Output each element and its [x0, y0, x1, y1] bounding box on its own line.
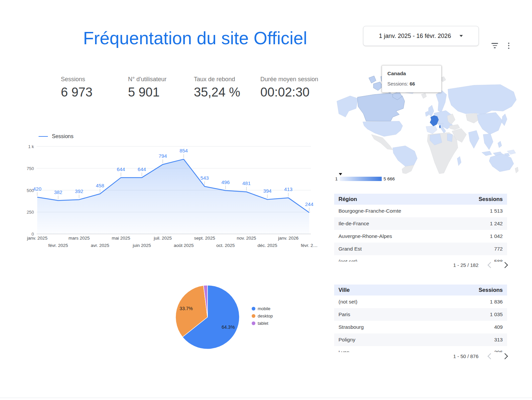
country-russia[interactable] — [448, 85, 516, 114]
sessions-line-chart[interactable]: 02505007501 k420382392458644644794854543… — [20, 141, 316, 251]
country-japan[interactable] — [502, 114, 507, 126]
table-row[interactable]: Ile-de-France1 242 — [334, 217, 507, 230]
dimension-cell: Poligny — [338, 337, 355, 343]
dimension-cell: Ile-de-France — [338, 221, 369, 227]
scorecard-value: 35,24 % — [194, 85, 240, 100]
country-france-highlighted[interactable] — [430, 115, 439, 126]
legend-dot-icon — [252, 307, 255, 310]
date-range-picker[interactable]: 1 janv. 2025 - 16 févr. 2026 — [363, 26, 479, 46]
pie-legend-item[interactable]: tablet — [252, 321, 273, 326]
table-row[interactable]: Grand Est772 — [334, 243, 507, 255]
country-new-zealand[interactable] — [515, 167, 518, 173]
scorecard-sessions: Sessions 6 973 — [61, 76, 92, 100]
canada-arctic-island[interactable] — [373, 82, 383, 91]
column-header[interactable]: Sessions — [479, 196, 503, 202]
device-pie-chart[interactable]: 64.3%33.7% — [174, 284, 241, 350]
svg-text:543: 543 — [200, 175, 209, 181]
svg-text:854: 854 — [180, 148, 188, 153]
scorecard-label: N° d'utilisateur — [128, 76, 167, 83]
scorecard-label: Durée moyen session — [260, 76, 318, 83]
country-uk[interactable] — [428, 105, 434, 116]
next-page-icon[interactable] — [502, 262, 508, 268]
svg-text:févr. 2…: févr. 2… — [301, 243, 318, 248]
country-indonesia[interactable] — [482, 151, 492, 156]
scorecard-bounce-rate: Taux de rebond 35,24 % — [194, 76, 240, 100]
metric-cell: 1 513 — [490, 208, 503, 214]
next-page-icon[interactable] — [502, 353, 508, 359]
table-row[interactable]: Poligny313 — [334, 333, 507, 346]
table-body: (not set)1 836Paris1 035Strasbourg409Pol… — [334, 296, 507, 352]
country-egypt[interactable] — [447, 134, 453, 142]
svg-text:févr. 2025: févr. 2025 — [48, 243, 68, 248]
scorecard-label: Sessions — [61, 76, 92, 83]
dimension-cell: Paris — [338, 311, 350, 317]
country-china[interactable] — [477, 112, 502, 134]
country-ireland[interactable] — [425, 111, 429, 116]
svg-text:33.7%: 33.7% — [180, 306, 193, 311]
pie-legend-item[interactable]: desktop — [252, 313, 273, 318]
country-india[interactable] — [468, 130, 479, 148]
scorecard-label: Taux de rebond — [194, 76, 240, 83]
country-iceland[interactable] — [421, 93, 427, 99]
country-australia[interactable] — [489, 154, 514, 172]
svg-text:420: 420 — [33, 186, 41, 192]
svg-text:496: 496 — [221, 179, 230, 185]
table-row[interactable]: Bourgogne-Franche-Comte1 513 — [334, 205, 507, 217]
dimension-cell: Bourgogne-Franche-Comte — [338, 208, 401, 214]
scorecard-value: 00:02:30 — [260, 85, 318, 100]
metric-cell: 313 — [494, 337, 503, 343]
table-row[interactable]: Lyon296 — [334, 346, 507, 352]
svg-text:janv. 2026: janv. 2026 — [278, 236, 298, 241]
metric-cell: 1 242 — [490, 221, 503, 227]
metric-cell: 1 836 — [490, 299, 503, 305]
table-row[interactable]: Strasbourg409 — [334, 321, 507, 333]
country-philippines[interactable] — [498, 141, 502, 148]
dimension-cell: Auvergne-Rhone-Alpes — [338, 233, 392, 239]
legend-dot-icon — [252, 314, 255, 318]
column-header[interactable]: Région — [338, 196, 357, 202]
country-alaska[interactable] — [337, 96, 358, 117]
country-mexico[interactable] — [371, 134, 393, 150]
pie-legend-item[interactable]: mobile — [252, 306, 273, 311]
svg-text:458: 458 — [96, 183, 104, 188]
region-southeast-asia[interactable] — [483, 134, 493, 150]
svg-text:avr. 2025: avr. 2025 — [91, 243, 109, 248]
dimension-cell: (not set) — [338, 299, 357, 305]
svg-text:394: 394 — [263, 188, 272, 194]
table-row[interactable]: (not set)1 836 — [334, 296, 507, 308]
scale-min: 1 — [335, 176, 338, 181]
prev-page-icon[interactable] — [487, 262, 493, 268]
line-chart-legend: Sessions — [39, 133, 73, 139]
column-header[interactable]: Ville — [338, 287, 350, 293]
date-range-value: 1 janv. 2025 - 16 févr. 2026 — [379, 33, 451, 40]
table-header-row: RégionSessions — [334, 194, 507, 205]
table-row[interactable]: Paris1 035 — [334, 308, 507, 321]
scorecard-value: 5 901 — [128, 85, 167, 100]
country-spain[interactable] — [426, 126, 437, 134]
country-usa[interactable] — [363, 121, 403, 136]
country-brazil[interactable] — [393, 146, 417, 166]
metric-cell: 409 — [494, 324, 503, 330]
country-madagascar[interactable] — [457, 156, 461, 166]
table-row[interactable]: Auvergne-Rhone-Alpes1 042 — [334, 230, 507, 243]
svg-text:644: 644 — [138, 166, 146, 172]
region-corsica[interactable] — [439, 125, 441, 128]
prev-page-icon[interactable] — [487, 353, 493, 359]
scale-gradient-bar — [340, 177, 382, 181]
dashboard-canvas: Fréquentation du site Officiel 1 janv. 2… — [0, 0, 532, 400]
metric-cell: 1 042 — [490, 233, 503, 239]
svg-text:mars 2025: mars 2025 — [68, 236, 90, 241]
tooltip-value: 66 — [410, 81, 415, 87]
svg-text:250: 250 — [27, 210, 34, 215]
dimension-cell: (not set) — [338, 259, 357, 262]
column-header[interactable]: Sessions — [479, 287, 503, 293]
region-south-cone[interactable] — [402, 165, 414, 174]
world-map[interactable]: Canada Sessions: 66 — [334, 64, 519, 174]
canada-arctic-island[interactable] — [369, 76, 376, 83]
region-scandinavia[interactable] — [436, 91, 447, 112]
filter-list-icon[interactable] — [490, 41, 499, 50]
scorecard-value: 6 973 — [61, 85, 92, 100]
svg-text:392: 392 — [75, 188, 83, 194]
table-row[interactable]: (not set)588 — [334, 255, 507, 262]
more-vert-icon[interactable] — [506, 41, 511, 51]
